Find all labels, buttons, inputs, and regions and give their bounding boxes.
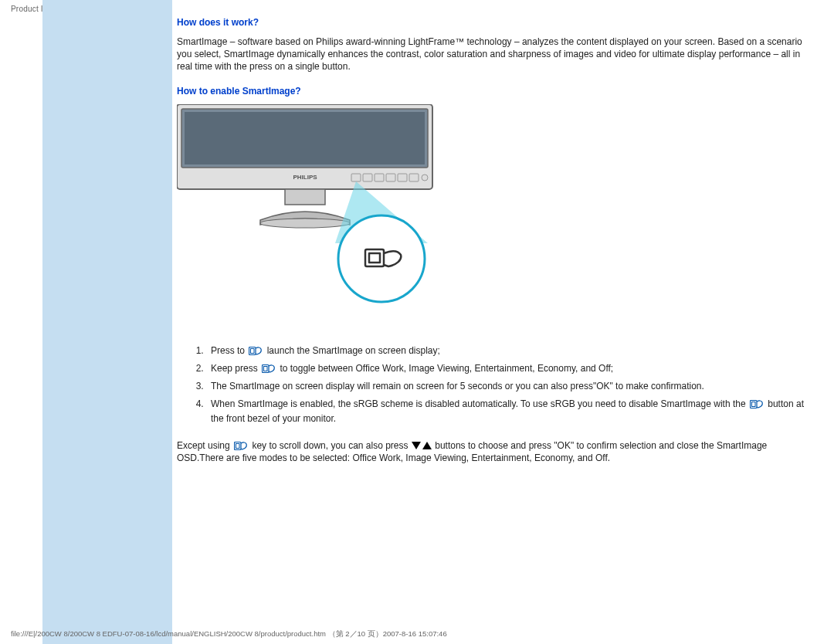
svg-rect-11 — [285, 189, 325, 205]
columns: How does it work? SmartImage – software … — [42, 0, 820, 644]
svg-text:PHILIPS: PHILIPS — [293, 174, 317, 181]
smartimage-icon — [249, 346, 263, 356]
p2-text-a: Except using — [177, 440, 230, 451]
page-root: Product Information How does it work? Sm… — [0, 0, 834, 644]
paragraph-how-works: SmartImage – software based on Philips a… — [177, 36, 809, 73]
steps-list: Press to launch the SmartImage on screen… — [191, 344, 809, 427]
svg-rect-21 — [751, 402, 755, 407]
svg-rect-4 — [351, 174, 361, 181]
svg-rect-2 — [185, 112, 425, 164]
heading-how-enable: How to enable SmartImage? — [177, 86, 809, 97]
smartimage-icon — [750, 399, 764, 409]
step-1-text-a: Press to — [211, 345, 245, 356]
smartimage-icon — [234, 441, 248, 451]
svg-point-12 — [260, 219, 350, 228]
svg-rect-5 — [363, 174, 372, 181]
svg-rect-8 — [398, 174, 407, 181]
paragraph-except: Except using key to scroll down, you can… — [177, 439, 809, 464]
step-3: The SmartImage on screen display will re… — [206, 379, 809, 394]
svg-rect-19 — [264, 367, 268, 371]
step-1-text-b: launch the SmartImage on screen display; — [267, 345, 440, 356]
svg-rect-17 — [251, 348, 255, 353]
svg-rect-7 — [386, 174, 395, 181]
svg-point-13 — [338, 215, 425, 302]
svg-point-10 — [422, 175, 428, 181]
step-2: Keep press to toggle between Office Work… — [206, 361, 809, 376]
p2-text-b: key to scroll down, you can also press — [252, 440, 408, 451]
main-content: How does it work? SmartImage – software … — [172, 0, 820, 644]
step-4-text-a: When SmartImage is enabled, the sRGB sch… — [211, 398, 746, 409]
monitor-illustration: PHILIPS — [177, 104, 439, 328]
step-2-text-a: Keep press — [211, 363, 258, 374]
step-4: When SmartImage is enabled, the sRGB sch… — [206, 397, 809, 426]
svg-rect-6 — [375, 174, 384, 181]
step-2-text-b: to toggle between Office Work, Image Vie… — [280, 363, 613, 374]
svg-rect-23 — [236, 443, 240, 448]
step-1: Press to launch the SmartImage on screen… — [206, 344, 809, 358]
triangle-down-icon — [412, 442, 421, 449]
svg-rect-9 — [409, 174, 419, 181]
step-3-text: The SmartImage on screen display will re… — [211, 381, 704, 391]
triangle-up-icon — [422, 442, 432, 449]
left-sidebar — [42, 0, 172, 644]
smartimage-icon — [262, 364, 276, 374]
heading-how-works: How does it work? — [177, 17, 809, 28]
footer-path: file:///E|/200CW 8/200CW 8 EDFU-07-08-16… — [11, 629, 447, 639]
